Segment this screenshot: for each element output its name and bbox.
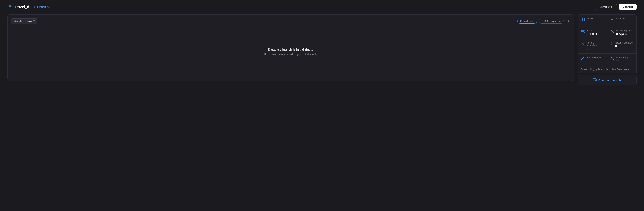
storage-value: 0.0 KB	[586, 32, 597, 36]
stat-backup: Next backup —	[607, 54, 636, 66]
tables-info: Tables 0	[586, 17, 593, 24]
open-web-console-button[interactable]: Open web console	[578, 75, 636, 85]
header-left: travel_db Initializing ←	[8, 4, 59, 10]
anomalies-label: Recent anomalies	[586, 42, 603, 47]
svg-point-4	[611, 18, 612, 19]
arrow-icon: ←	[54, 4, 59, 9]
safe-migrations-badge: ✕ Safe migrations	[539, 19, 564, 24]
stat-tables: Tables 0	[578, 14, 607, 26]
billing-bar: Current billing cycle ends in 21 days. V…	[578, 66, 636, 73]
recommendations-icon	[609, 42, 613, 47]
tables-value: 0	[586, 20, 593, 24]
backup-value: —	[616, 59, 628, 62]
safe-migrations-label: Safe migrations	[544, 20, 561, 22]
header-right: New branch Connect	[596, 4, 636, 10]
status-label: Initializing	[39, 6, 50, 8]
anomalies-value: 0	[586, 47, 603, 51]
status-badge: Initializing	[34, 4, 52, 9]
topology-panel: Branch main ▼ Production ✕ Safe migratio…	[8, 14, 574, 81]
main-layout: Branch main ▼ Production ✕ Safe migratio…	[8, 14, 636, 85]
branches-icon	[610, 18, 614, 22]
backup-label: Next backup	[616, 56, 628, 59]
svg-rect-0	[581, 18, 584, 21]
view-usage-link[interactable]: View usage	[618, 68, 629, 71]
toolbar-left: Branch main ▼	[11, 18, 38, 24]
recommendations-info: Recommendations 0	[615, 42, 634, 48]
header: travel_db Initializing ← New branch Conn…	[8, 4, 636, 10]
settings-button[interactable]: ⚙	[566, 18, 570, 24]
svg-point-19	[581, 57, 584, 60]
anomalies-icon	[581, 42, 585, 47]
stats-panel: Tables 0 Bran	[578, 14, 636, 85]
prod-dot	[520, 20, 522, 22]
stat-deploy: Deploy requests 0 open	[607, 27, 636, 39]
boosted-info: Boosted queries 0	[586, 56, 603, 63]
new-branch-button[interactable]: New branch	[596, 4, 617, 10]
toolbar-right: Production ✕ Safe migrations ⚙	[518, 18, 570, 24]
branch-select[interactable]: main ▼	[24, 18, 38, 24]
boosted-value: 0	[586, 59, 603, 63]
backup-icon	[610, 56, 614, 62]
recommendations-value: 0	[615, 44, 634, 48]
svg-point-15	[582, 45, 583, 45]
branches-label: Branches	[616, 17, 626, 20]
svg-point-12	[611, 30, 614, 33]
stats-row-1: Tables 0 Bran	[578, 14, 636, 27]
tables-label: Tables	[586, 17, 593, 20]
deploy-label: Deploy requests	[616, 29, 632, 32]
deploy-icon	[610, 30, 614, 35]
deploy-value: 0 open	[616, 32, 632, 36]
tables-icon	[581, 18, 585, 22]
topology-content: Database branch is initializing... The t…	[11, 27, 570, 77]
branches-info: Branches 1	[616, 17, 626, 24]
branches-value: 1	[616, 20, 626, 24]
logo-icon	[8, 4, 12, 10]
svg-rect-21	[593, 78, 596, 81]
connect-button[interactable]: Connect	[619, 4, 636, 10]
stat-storage: Storage 0.0 KB	[578, 27, 607, 39]
db-name-label: travel_db	[15, 5, 32, 9]
open-console-label: Open web console	[598, 79, 621, 82]
stat-branches: Branches 1	[607, 14, 636, 26]
storage-icon	[581, 30, 585, 35]
stats-grid: Tables 0 Bran	[578, 14, 636, 66]
recommendations-label: Recommendations	[615, 42, 634, 44]
svg-point-5	[611, 20, 612, 21]
stat-anomalies: Recent anomalies 0	[578, 39, 606, 54]
boosted-icon	[581, 56, 585, 62]
stats-row-2: Storage 0.0 KB Deploy requests	[578, 27, 636, 39]
svg-point-10	[584, 31, 584, 31]
console-icon	[593, 78, 596, 82]
stats-row-4: Boosted queries 0 Next backup —	[578, 54, 636, 66]
branch-value: main	[26, 20, 32, 22]
x-icon: ✕	[542, 20, 543, 22]
deploy-info: Deploy requests 0 open	[616, 29, 632, 36]
billing-text: Current billing cycle ends in 21 days.	[581, 68, 617, 71]
branch-label: Branch	[11, 18, 24, 24]
boosted-label: Boosted queries	[586, 56, 603, 59]
svg-point-11	[584, 32, 584, 33]
stats-row-3: Recent anomalies 0 Recommendations	[578, 39, 636, 54]
storage-label: Storage	[586, 29, 597, 32]
status-dot	[36, 6, 38, 8]
stat-recommendations: Recommendations 0	[606, 39, 636, 54]
storage-info: Storage 0.0 KB	[586, 29, 597, 36]
anomalies-info: Recent anomalies 0	[586, 42, 603, 51]
stat-boosted: Boosted queries 0	[578, 54, 607, 66]
svg-point-16	[610, 42, 612, 44]
initializing-subtitle: The topology diagram will be generated s…	[264, 53, 318, 56]
production-badge: Production	[518, 19, 537, 24]
chevron-down-icon: ▼	[33, 20, 35, 22]
backup-info: Next backup —	[616, 56, 628, 62]
production-label: Production	[523, 20, 534, 22]
topology-toolbar: Branch main ▼ Production ✕ Safe migratio…	[11, 18, 570, 24]
initializing-title: Database branch is initializing...	[268, 48, 313, 51]
